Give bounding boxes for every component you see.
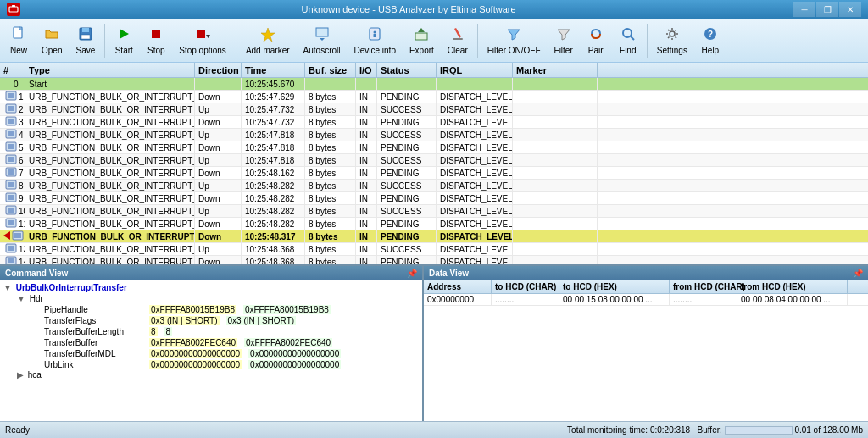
td-type: URB_FUNCTION_BULK_OR_INTERRUPT_TRANSFER (25, 230, 195, 242)
tree-property-row[interactable]: UrbLink 0x00000000000000000 0x0000000000… (44, 359, 419, 370)
td-num: 3 (0, 116, 25, 128)
find-button[interactable]: Find (613, 21, 643, 60)
td-irql: DISPATCH_LEVEL (437, 256, 513, 264)
table-row[interactable]: 5 URB_FUNCTION_BULK_OR_INTERRUPT_TRANSFE… (0, 141, 868, 154)
table-row[interactable]: 7 URB_FUNCTION_BULK_OR_INTERRUPT_TRANSFE… (0, 167, 868, 180)
td-num-val: 4 (19, 130, 24, 140)
dtd-from-hex: 00 00 08 04 00 00 00 ... (737, 294, 848, 305)
table-row[interactable]: 10 URB_FUNCTION_BULK_OR_INTERRUPT_TRANSF… (0, 205, 868, 218)
tree-property-row[interactable]: PipeHandle 0xFFFFA80015B19B8 0xFFFFA8001… (44, 304, 419, 315)
tree-property-row[interactable]: TransferBufferMDL 0x00000000000000000 0x… (44, 348, 419, 359)
new-button[interactable]: New (3, 21, 34, 60)
table-row[interactable]: 6 URB_FUNCTION_BULK_OR_INTERRUPT_TRANSFE… (0, 154, 868, 167)
svg-rect-7 (152, 30, 160, 38)
td-io: IN (356, 192, 377, 204)
svg-rect-8 (197, 30, 205, 38)
td-marker (513, 218, 598, 230)
tree-property-row[interactable]: TransferBuffer 0xFFFFA8002FEC640 0xFFFFA… (44, 337, 419, 348)
main-content: # Type Direction Time Buf. size I/O Stat… (0, 63, 868, 421)
td-status: PENDING (377, 218, 437, 230)
dth-from-hex: from HCD (HEX) (737, 280, 848, 293)
svg-rect-39 (8, 182, 14, 187)
clear-button[interactable]: Clear (442, 21, 474, 60)
start-button[interactable]: Start (108, 21, 139, 60)
col-marker-header: Marker (513, 63, 598, 77)
row-icon (5, 205, 17, 217)
td-irql: DISPATCH_LEVEL (437, 116, 513, 128)
packet-table: # Type Direction Time Buf. size I/O Stat… (0, 63, 868, 264)
svg-rect-48 (14, 233, 21, 238)
add-marker-button[interactable]: Add marker (240, 21, 296, 60)
filter-button[interactable]: Filter (548, 21, 579, 60)
data-view-pin[interactable]: 📌 (853, 269, 863, 278)
td-num: 14 (0, 256, 25, 264)
table-row[interactable]: 0 Start 10:25:45.670 (0, 78, 868, 91)
td-irql: DISPATCH_LEVEL (437, 103, 513, 115)
td-status: PENDING (377, 141, 437, 153)
svg-rect-18 (453, 38, 463, 40)
tree-hca-item[interactable]: ▶ hca (3, 370, 419, 380)
table-row[interactable]: 3 URB_FUNCTION_BULK_OR_INTERRUPT_TRANSFE… (0, 116, 868, 129)
stop-button[interactable]: Stop (141, 21, 171, 60)
td-bufsize: 8 bytes (305, 230, 356, 242)
tree-key: TransferBufferMDL (44, 349, 146, 358)
help-button[interactable]: ? Help (695, 21, 726, 60)
table-row[interactable]: 4 URB_FUNCTION_BULK_OR_INTERRUPT_TRANSFE… (0, 129, 868, 141)
table-row[interactable]: 13 URB_FUNCTION_BULK_OR_INTERRUPT_TRANSF… (0, 243, 868, 256)
table-row[interactable]: 2 URB_FUNCTION_BULK_OR_INTERRUPT_TRANSFE… (0, 103, 868, 116)
command-view-pin[interactable]: 📌 (407, 269, 417, 278)
table-row[interactable]: 12 URB_FUNCTION_BULK_OR_INTERRUPT_TRANSF… (0, 230, 868, 243)
td-num-val: 11 (19, 219, 25, 229)
row-icon (5, 103, 17, 115)
open-button[interactable]: Open (36, 21, 68, 60)
device-info-button[interactable]: Device info (348, 21, 401, 60)
toolbar: New Open Save Start Stop Stop options (0, 19, 868, 63)
col-dir-header: Direction (195, 63, 242, 77)
settings-button[interactable]: Settings (651, 21, 693, 60)
td-num-val: 9 (19, 194, 24, 203)
svg-marker-10 (261, 28, 275, 42)
td-status: PENDING (377, 91, 437, 103)
table-body[interactable]: 0 Start 10:25:45.670 1 URB_FUNCTION_BULK… (0, 78, 868, 264)
table-row[interactable]: 11 URB_FUNCTION_BULK_OR_INTERRUPT_TRANSF… (0, 218, 868, 230)
close-button[interactable]: ✕ (839, 2, 861, 17)
td-dir: Down (195, 218, 242, 230)
tree-root-item[interactable]: ▼ UrbBulkOrInterruptTransfer (3, 282, 419, 293)
td-num-val: 1 (19, 92, 24, 102)
td-status: PENDING (377, 167, 437, 179)
td-marker (513, 129, 598, 141)
svg-text:?: ? (708, 30, 713, 39)
td-irql: DISPATCH_LEVEL (437, 91, 513, 103)
svg-rect-15 (374, 34, 376, 37)
td-irql: DISPATCH_LEVEL (437, 129, 513, 141)
tree-val2: 0xFFFFA80015B19B8 (243, 305, 331, 314)
autoscroll-button[interactable]: Autoscroll (298, 21, 347, 60)
export-button[interactable]: Export (403, 21, 440, 60)
td-dir: Up (195, 180, 242, 191)
minimize-button[interactable]: ─ (793, 2, 815, 17)
filter-on-off-button[interactable]: Filter ON/OFF (481, 21, 547, 60)
row-icon (5, 180, 17, 191)
td-num-val: 3 (19, 118, 24, 127)
table-row[interactable]: 14 URB_FUNCTION_BULK_OR_INTERRUPT_TRANSF… (0, 256, 868, 264)
table-row[interactable]: 1 URB_FUNCTION_BULK_OR_INTERRUPT_TRANSFE… (0, 91, 868, 103)
td-io: IN (356, 243, 377, 255)
tree-val1: 8 (149, 327, 158, 336)
pair-button[interactable]: Pair (581, 21, 611, 60)
data-table-header: Address to HCD (CHAR) to HCD (HEX) from … (424, 280, 868, 294)
window-controls[interactable]: ─ ❐ ✕ (793, 2, 861, 17)
td-status: PENDING (377, 192, 437, 204)
tree-property-row[interactable]: TransferFlags 0x3 (IN | SHORT) 0x3 (IN |… (44, 315, 419, 326)
device-info-label: Device info (353, 46, 395, 55)
dtd-to-char: ........ (492, 294, 559, 305)
td-type: URB_FUNCTION_BULK_OR_INTERRUPT_TRANSFER (25, 141, 195, 153)
svg-rect-50 (8, 246, 14, 251)
stop-options-button[interactable]: Stop options (173, 21, 232, 60)
td-dir: Up (195, 205, 242, 217)
maximize-button[interactable]: ❐ (816, 2, 838, 17)
table-row[interactable]: 8 URB_FUNCTION_BULK_OR_INTERRUPT_TRANSFE… (0, 180, 868, 192)
tree-hdr-item[interactable]: ▼ Hdr (17, 293, 419, 304)
tree-property-row[interactable]: TransferBufferLength 8 8 (44, 326, 419, 337)
table-row[interactable]: 9 URB_FUNCTION_BULK_OR_INTERRUPT_TRANSFE… (0, 192, 868, 205)
save-button[interactable]: Save (70, 21, 101, 60)
